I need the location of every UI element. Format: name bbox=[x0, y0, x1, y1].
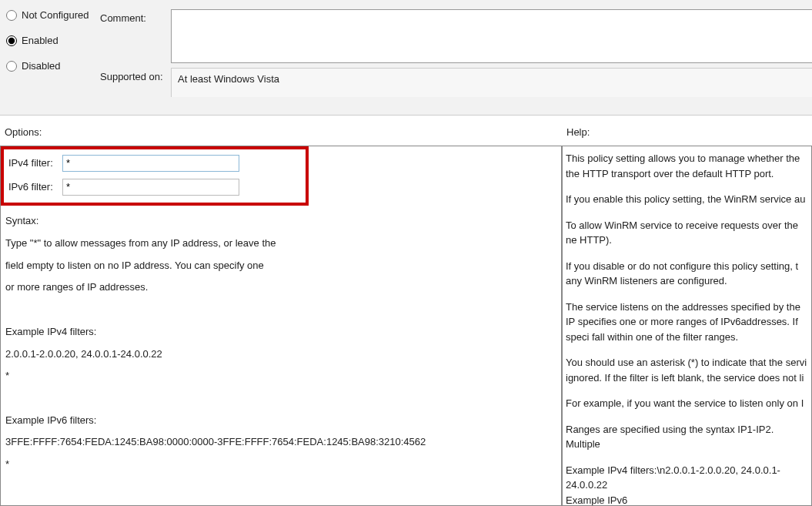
ipv4-filter-input[interactable] bbox=[62, 155, 239, 172]
options-section-label: Options: bbox=[0, 116, 562, 146]
body-split: Options: IPv4 filter: IPv6 filter: Synta… bbox=[0, 116, 812, 506]
radio-not-configured[interactable]: Not Configured bbox=[6, 9, 94, 21]
meta-column: Comment: Supported on: At least Windows … bbox=[100, 0, 812, 115]
help-paragraph: Example IPv4 filters:\n2.0.0.1-2.0.0.20,… bbox=[566, 463, 808, 493]
state-radio-group: Not Configured Enabled Disabled bbox=[0, 0, 100, 115]
filter-highlight-box: IPv4 filter: IPv6 filter: bbox=[1, 146, 309, 206]
help-paragraph: This policy setting allows you to manage… bbox=[566, 151, 808, 181]
options-line: Example IPv4 filters: bbox=[5, 323, 558, 342]
radio-disabled-input[interactable] bbox=[6, 61, 17, 72]
options-panel: IPv4 filter: IPv6 filter: Syntax: Type "… bbox=[0, 146, 562, 506]
comment-row: Comment: bbox=[100, 9, 812, 63]
options-line bbox=[5, 300, 558, 320]
options-line: Type "*" to allow messages from any IP a… bbox=[5, 234, 558, 253]
options-line: Syntax: bbox=[5, 212, 558, 231]
options-line bbox=[5, 389, 558, 408]
radio-not-configured-label: Not Configured bbox=[22, 9, 89, 21]
help-paragraph: For example, if you want the service to … bbox=[566, 396, 808, 411]
ipv4-filter-row: IPv4 filter: bbox=[8, 154, 301, 173]
options-text-block: Syntax: Type "*" to allow messages from … bbox=[1, 206, 561, 480]
help-paragraph: Ranges are specified using the syntax IP… bbox=[566, 422, 808, 452]
options-line: Example IPv6 filters: bbox=[5, 411, 558, 431]
ipv6-filter-input[interactable] bbox=[62, 179, 239, 196]
options-pane: Options: IPv4 filter: IPv6 filter: Synta… bbox=[0, 116, 562, 506]
help-section-label: Help: bbox=[562, 116, 812, 146]
supported-label: Supported on: bbox=[100, 68, 171, 82]
ipv4-filter-label: IPv4 filter: bbox=[8, 154, 62, 173]
comment-input[interactable] bbox=[171, 9, 812, 63]
radio-not-configured-input[interactable] bbox=[6, 10, 17, 21]
ipv6-filter-row: IPv6 filter: bbox=[8, 178, 301, 197]
policy-header: Not Configured Enabled Disabled Comment:… bbox=[0, 0, 812, 116]
options-line: * bbox=[5, 367, 558, 386]
help-paragraph: You should use an asterisk (*) to indica… bbox=[566, 355, 808, 385]
radio-disabled-label: Disabled bbox=[22, 60, 61, 72]
supported-row: Supported on: At least Windows Vista bbox=[100, 68, 812, 97]
options-line: 2.0.0.1-2.0.0.20, 24.0.0.1-24.0.0.22 bbox=[5, 345, 558, 364]
help-paragraph: If you disable or do not configure this … bbox=[566, 259, 808, 289]
comment-label: Comment: bbox=[100, 9, 171, 24]
options-line: * bbox=[5, 455, 558, 474]
help-paragraph: If you enable this policy setting, the W… bbox=[566, 192, 808, 207]
radio-enabled-label: Enabled bbox=[22, 35, 58, 46]
options-line: 3FFE:FFFF:7654:FEDA:1245:BA98:0000:0000-… bbox=[5, 433, 558, 452]
help-pane: Help: This policy setting allows you to … bbox=[562, 116, 812, 506]
help-paragraph: To allow WinRM service to receive reques… bbox=[566, 218, 808, 248]
help-paragraph: The service listens on the addresses spe… bbox=[566, 300, 808, 345]
radio-enabled-input[interactable] bbox=[6, 35, 17, 46]
radio-enabled[interactable]: Enabled bbox=[6, 35, 94, 46]
help-panel: This policy setting allows you to manage… bbox=[562, 146, 812, 506]
help-paragraph: Example IPv6 filters:\n3FFE:FFFF:7654:FE… bbox=[566, 493, 808, 507]
options-line: or more ranges of IP addresses. bbox=[5, 278, 558, 297]
ipv6-filter-label: IPv6 filter: bbox=[8, 178, 62, 197]
options-line: field empty to listen on no IP address. … bbox=[5, 256, 558, 276]
supported-value: At least Windows Vista bbox=[171, 68, 812, 97]
radio-disabled[interactable]: Disabled bbox=[6, 60, 94, 72]
